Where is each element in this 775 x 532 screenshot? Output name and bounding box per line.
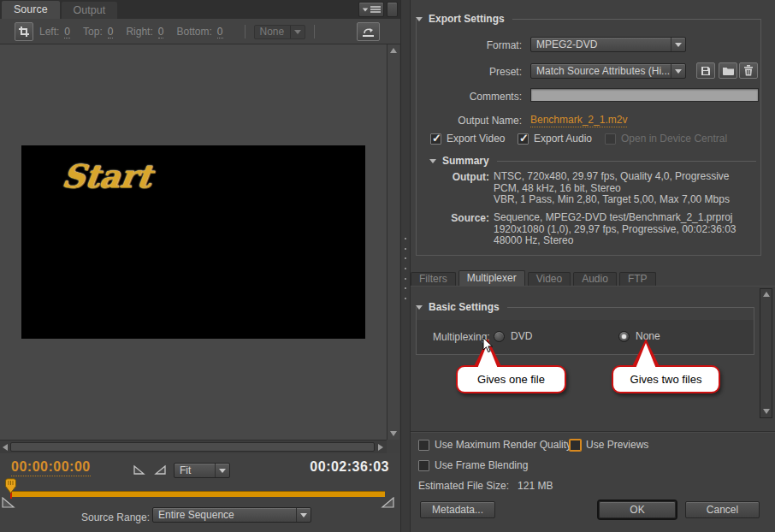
- timeline-bar[interactable]: [10, 491, 385, 497]
- callout-two-files: Gives two files: [612, 365, 720, 393]
- video-frame: Start: [21, 145, 365, 339]
- export-audio-checkbox[interactable]: Export Audio: [518, 133, 592, 145]
- preset-label: Preset:: [416, 66, 522, 78]
- crop-toolbar: Left: 0 Top: 0 Right: 0 Bottom: 0 None: [0, 19, 400, 44]
- crop-bottom-label: Bottom:: [176, 26, 211, 38]
- callout-one-file: Gives one file: [456, 365, 566, 393]
- cancel-button[interactable]: Cancel: [685, 501, 760, 518]
- playhead-marker[interactable]: [4, 478, 18, 494]
- export-audio-label: Export Audio: [534, 133, 592, 145]
- preview-area: Start: [0, 44, 387, 440]
- current-timecode[interactable]: 00:00:00:00: [11, 459, 91, 476]
- divider-grip[interactable]: [405, 238, 407, 299]
- preset-dropdown[interactable]: Match Source Attributes (Hi...: [530, 63, 686, 79]
- scroll-up-icon[interactable]: [763, 292, 770, 297]
- export-frame-icon: [361, 26, 376, 38]
- tab-ftp[interactable]: FTP: [619, 272, 656, 286]
- crop-right-label: Right:: [126, 26, 152, 38]
- format-value: MPEG2-DVD: [531, 38, 671, 51]
- tab-output[interactable]: Output: [62, 2, 118, 19]
- export-video-checkbox[interactable]: Export Video: [430, 133, 506, 145]
- save-preset-button[interactable]: [696, 62, 715, 79]
- cue-out-button[interactable]: [152, 463, 169, 477]
- import-preset-button[interactable]: [719, 62, 737, 79]
- summary-source-label: Source:: [428, 212, 489, 224]
- use-previews-checkbox[interactable]: Use Previews: [570, 439, 648, 451]
- max-render-checkbox[interactable]: Use Maximum Render Quality: [418, 439, 571, 451]
- metadata-button[interactable]: Metadata...: [420, 501, 495, 518]
- preview-vscrollbar[interactable]: [387, 44, 399, 440]
- crop-bottom-value[interactable]: 0: [217, 26, 223, 38]
- estimated-size-value: 121 MB: [518, 480, 553, 492]
- device-central-checkbox: Open in Device Central: [605, 133, 727, 145]
- scroll-up-icon[interactable]: [390, 48, 397, 53]
- export-video-label: Export Video: [447, 133, 506, 145]
- hscroll-thumb[interactable]: [10, 442, 375, 452]
- crop-left-label: Left:: [39, 26, 59, 38]
- tab-source[interactable]: Source: [2, 1, 60, 19]
- checkbox-icon: [570, 440, 581, 451]
- cue-in-button[interactable]: [131, 463, 147, 477]
- tab-multiplexer[interactable]: Multiplexer: [458, 270, 525, 286]
- zoom-fit-dropdown[interactable]: Fit: [174, 463, 230, 478]
- checkbox-icon: [605, 133, 616, 145]
- summary-source-lines: Sequence, MPEG2-DVD test/Benchmark_2_1.p…: [494, 212, 737, 247]
- zoom-fit-value: Fit: [175, 464, 215, 477]
- crop-button[interactable]: [15, 22, 33, 41]
- panel-edge-button[interactable]: [387, 2, 398, 17]
- format-dropdown[interactable]: MPEG2-DVD: [530, 37, 686, 52]
- trim-in-handle[interactable]: [2, 497, 15, 509]
- export-frame-button[interactable]: [357, 22, 380, 41]
- mouse-cursor-icon: [482, 337, 494, 354]
- summary-output-label: Output:: [428, 171, 489, 183]
- tab-filters[interactable]: Filters: [411, 272, 456, 286]
- source-range-dropdown[interactable]: Entire Sequence: [152, 507, 311, 523]
- source-tabbar: Source Output: [0, 0, 400, 19]
- crop-left-value[interactable]: 0: [64, 26, 70, 38]
- tabpanel-vscrollbar[interactable]: [760, 288, 772, 418]
- summary-header[interactable]: Summary: [429, 155, 756, 167]
- checkbox-icon: [418, 440, 429, 451]
- scroll-down-icon[interactable]: [763, 409, 770, 414]
- tab-video[interactable]: Video: [528, 272, 571, 286]
- crop-ratio-dropdown[interactable]: None: [254, 25, 305, 39]
- comments-label: Comments:: [416, 91, 522, 103]
- summary-line: PCM, 48 kHz, 16 bit, Stereo: [494, 183, 730, 195]
- delete-preset-button[interactable]: [739, 62, 758, 79]
- tab-audio[interactable]: Audio: [573, 272, 617, 286]
- summary-line: 1920x1080 (1,0), 29,97 fps, Progressive,…: [494, 224, 737, 236]
- comments-input[interactable]: [530, 88, 759, 102]
- chevron-down-icon: [215, 464, 229, 477]
- frame-blending-checkbox[interactable]: Use Frame Blending: [418, 459, 528, 471]
- chevron-down-icon: [290, 26, 305, 38]
- checkbox-icon: [430, 133, 441, 145]
- trash-icon: [743, 65, 754, 76]
- folder-icon: [723, 66, 734, 75]
- panel-menu-button[interactable]: [358, 2, 384, 17]
- ok-button[interactable]: OK: [599, 501, 676, 518]
- trim-out-handle[interactable]: [381, 497, 394, 509]
- output-name-link[interactable]: Benchmark_2_1.m2v: [530, 114, 627, 127]
- scroll-right-icon[interactable]: [378, 444, 383, 451]
- use-previews-label: Use Previews: [586, 439, 648, 451]
- radio-none[interactable]: None: [618, 330, 660, 342]
- chevron-down-icon: [296, 508, 311, 522]
- output-name-label: Output Name:: [416, 115, 522, 127]
- header-rule: [497, 161, 756, 162]
- chevron-down-icon: [671, 38, 685, 51]
- summary-title: Summary: [442, 155, 489, 167]
- frame-blending-label: Use Frame Blending: [435, 459, 528, 471]
- crop-right-value[interactable]: 0: [158, 26, 164, 38]
- estimated-file-size: Estimated File Size: 121 MB: [418, 480, 553, 492]
- video-title-text: Start: [60, 157, 155, 195]
- source-range-value: Entire Sequence: [153, 508, 296, 522]
- collapse-caret-icon[interactable]: [429, 159, 436, 163]
- panel-divider[interactable]: [400, 0, 411, 532]
- summary-line: VBR, 1 Pass, Min 2,80, Target 5,00, Max …: [494, 194, 730, 206]
- source-range-label: Source Range:: [81, 511, 150, 523]
- scroll-left-icon[interactable]: [3, 444, 8, 451]
- crop-top-value[interactable]: 0: [108, 26, 114, 38]
- preview-hscrollbar[interactable]: [0, 440, 387, 453]
- scroll-down-icon[interactable]: [390, 431, 397, 436]
- radio-dvd[interactable]: DVD: [494, 330, 532, 342]
